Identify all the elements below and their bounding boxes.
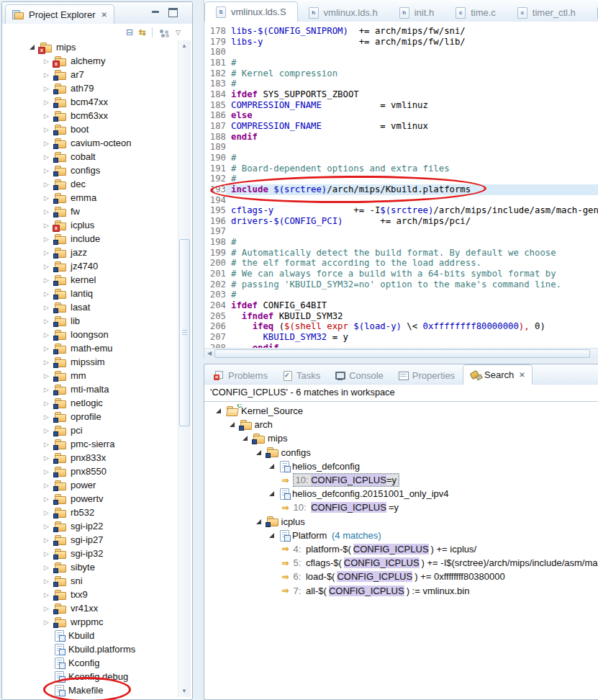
editor-tab-init.h[interactable]: hinit.h — [389, 4, 445, 22]
collapsed-twisty-icon[interactable]: ▷ — [41, 466, 52, 477]
collapsed-twisty-icon[interactable]: ▷ — [41, 603, 52, 614]
tab-problems[interactable]: Problems — [207, 367, 274, 384]
code-line-178[interactable]: 178libs-$(CONFIG_SNIPROM) += arch/mips/f… — [204, 26, 598, 37]
expanded-twisty-icon[interactable] — [213, 405, 224, 416]
code-line-190[interactable]: 190# — [204, 153, 598, 163]
tree-item-Kbuild.platforms[interactable]: Kbuild.platforms — [4, 642, 178, 656]
tree-item-lantiq[interactable]: ▷lantiq — [4, 287, 178, 300]
tree-item-mips[interactable]: xmips — [4, 40, 178, 54]
collapsed-twisty-icon[interactable]: ▷ — [41, 411, 52, 422]
search-result-item-7[interactable]: ⇒10: CONFIG_ICPLUS=y — [204, 501, 598, 514]
code-line-189[interactable]: 189 — [204, 142, 598, 153]
tree-item-fw[interactable]: ▷fw — [4, 205, 178, 218]
collapsed-twisty-icon[interactable]: ▷ — [41, 69, 52, 80]
code-line-201[interactable]: 201# We can always force a build with a … — [204, 269, 598, 279]
tree-item-sibyte[interactable]: ▷sibyte — [4, 560, 178, 574]
working-sets-icon[interactable] — [158, 28, 170, 37]
collapsed-twisty-icon[interactable]: ▷ — [41, 97, 52, 107]
collapsed-twisty-icon[interactable]: ▷ — [41, 302, 52, 313]
search-result-item-4[interactable]: helios_defconfig — [204, 459, 598, 473]
collapsed-twisty-icon[interactable]: ▷ — [41, 439, 52, 449]
expanded-twisty-icon[interactable] — [253, 447, 264, 458]
search-result-item-12[interactable]: ⇒6: load-$(CONFIG_ICPLUS) += 0xffffffff8… — [204, 570, 598, 583]
collapsed-twisty-icon[interactable]: ▷ — [41, 315, 52, 326]
collapsed-twisty-icon[interactable]: ▷ — [41, 343, 52, 354]
collapsed-twisty-icon[interactable]: ▷ — [41, 398, 52, 408]
tab-project-explorer[interactable]: Project Explorer ✕ — [5, 4, 114, 24]
tree-item-pnx8550[interactable]: ▷pnx8550 — [4, 465, 178, 478]
code-line-204[interactable]: 204ifdef CONFIG_64BIT — [204, 300, 598, 311]
tree-item-pci[interactable]: ▷pci — [4, 423, 178, 437]
code-line-188[interactable]: 188endif — [204, 132, 598, 143]
expanded-twisty-icon[interactable] — [240, 433, 250, 444]
expanded-twisty-icon[interactable] — [266, 530, 277, 541]
scroll-up-icon[interactable]: ▲ — [181, 42, 187, 50]
tree-item-Kconfig[interactable]: Kconfig — [4, 656, 178, 670]
collapse-all-icon[interactable]: ⊟ — [126, 28, 133, 37]
tab-search[interactable]: Search✕ — [463, 364, 533, 385]
search-result-item-3[interactable]: configs — [204, 446, 598, 459]
code-line-181[interactable]: 181# — [204, 58, 598, 68]
collapsed-twisty-icon[interactable]: ▷ — [41, 329, 52, 340]
code-line-206[interactable]: 206 ifeq ($(shell expr $(load-y) \< 0xff… — [204, 321, 598, 332]
tree-item-vr41xx[interactable]: ▷vr41xx — [4, 601, 178, 615]
code-line-205[interactable]: 205 ifndef KBUILD_SYM32 — [204, 311, 598, 322]
code-line-202[interactable]: 202# passing 'KBUILD_SYM32=no' option to… — [204, 279, 598, 290]
collapsed-twisty-icon[interactable]: ▷ — [41, 356, 52, 367]
code-line-197[interactable]: 197 — [204, 226, 598, 237]
tree-item-kernel[interactable]: ▷kernel — [4, 273, 178, 287]
collapsed-twisty-icon[interactable]: ▷ — [41, 521, 52, 531]
editor-horizontal-scrollbar[interactable]: ◀ — [204, 348, 598, 358]
tree-item-icplus[interactable]: ▷xicplus — [4, 218, 178, 232]
tree-item-math-emu[interactable]: ▷math-emu — [4, 341, 178, 355]
close-icon[interactable]: ✕ — [519, 371, 525, 379]
tab-properties[interactable]: Properties — [391, 367, 461, 384]
collapsed-twisty-icon[interactable]: ▷ — [41, 274, 52, 285]
search-result-item-13[interactable]: ⇒7: all-$(CONFIG_ICPLUS) := vmlinux.bin — [204, 583, 598, 597]
code-line-187[interactable]: 187COMPRESSION_FNAME = vmlinux — [204, 121, 598, 132]
tree-item-sgi-ip27[interactable]: ▷sgi-ip27 — [4, 533, 178, 547]
tree-item-configs[interactable]: ▷configs — [4, 163, 178, 177]
collapsed-twisty-icon[interactable]: ▷ — [41, 507, 52, 518]
scroll-left-icon[interactable]: ◀ — [204, 350, 214, 357]
expanded-twisty-icon[interactable] — [266, 488, 277, 499]
tree-item-jz4740[interactable]: ▷jz4740 — [4, 259, 178, 273]
editor-tab-vmlinux.lds.S[interactable]: Svmlinux.lds.S — [204, 1, 298, 22]
editor-tab-time.c[interactable]: ctime.c — [445, 4, 507, 22]
tree-item-bcm47xx[interactable]: ▷bcm47xx — [4, 95, 178, 109]
expanded-twisty-icon[interactable] — [227, 419, 237, 430]
code-line-182[interactable]: 182# Kernel compression — [204, 68, 598, 79]
collapsed-twisty-icon[interactable]: ▷ — [41, 548, 52, 559]
tree-item-include[interactable]: ▷include — [4, 232, 178, 246]
code-line-186[interactable]: 186else — [204, 110, 598, 121]
tree-item-sni[interactable]: ▷sni — [4, 574, 178, 588]
search-result-item-11[interactable]: ⇒5: cflags-$(CONFIG_ICPLUS) += -I$(srctr… — [204, 556, 598, 570]
collapsed-twisty-icon[interactable]: ▷ — [41, 534, 52, 545]
editor-tab-vmlinux.lds.h[interactable]: hvmlinux.lds.h — [298, 4, 389, 22]
code-line-185[interactable]: 185COMPRESSION_FNAME = vmlinuz — [204, 100, 598, 111]
search-result-item-0[interactable]: CKernel_Source — [204, 404, 598, 418]
collapsed-twisty-icon[interactable]: ▷ — [41, 206, 52, 217]
code-line-199[interactable]: 199# Automatically detect the build form… — [204, 248, 598, 259]
tree-item-alchemy[interactable]: ▷xalchemy — [4, 54, 178, 68]
collapsed-twisty-icon[interactable]: ▷ — [41, 138, 52, 148]
collapsed-twisty-icon[interactable]: ▷ — [41, 83, 52, 94]
search-result-item-1[interactable]: arch — [204, 418, 598, 431]
search-result-item-10[interactable]: ⇒4: platform-$(CONFIG_ICPLUS) += icplus/ — [204, 542, 598, 556]
collapsed-twisty-icon[interactable]: ▷ — [41, 192, 52, 203]
scrollbar-thumb[interactable] — [214, 349, 590, 358]
scrollbar-thumb[interactable] — [179, 239, 190, 426]
tree-item-emma[interactable]: ▷emma — [4, 191, 178, 205]
tree-item-wrppmc[interactable]: ▷wrppmc — [4, 615, 178, 629]
code-line-179[interactable]: 179libs-y += arch/mips/fw/lib/ — [204, 37, 598, 48]
collapsed-twisty-icon[interactable]: ▷ — [41, 110, 52, 121]
tree-item-bcm63xx[interactable]: ▷bcm63xx — [4, 109, 178, 122]
maximize-button[interactable] — [168, 8, 178, 17]
code-line-203[interactable]: 203# — [204, 290, 598, 300]
collapsed-twisty-icon[interactable]: ▷ — [41, 124, 52, 135]
collapsed-twisty-icon[interactable]: ▷ — [41, 288, 52, 299]
tree-item-mipssim[interactable]: ▷mipssim — [4, 355, 178, 369]
code-line-195[interactable]: 195cflags-y += -I$(srctree)/arch/mips/in… — [204, 205, 598, 216]
project-tree-scrollbar[interactable]: ▲ ▼ — [178, 40, 191, 697]
collapsed-twisty-icon[interactable]: ▷ — [41, 261, 52, 272]
